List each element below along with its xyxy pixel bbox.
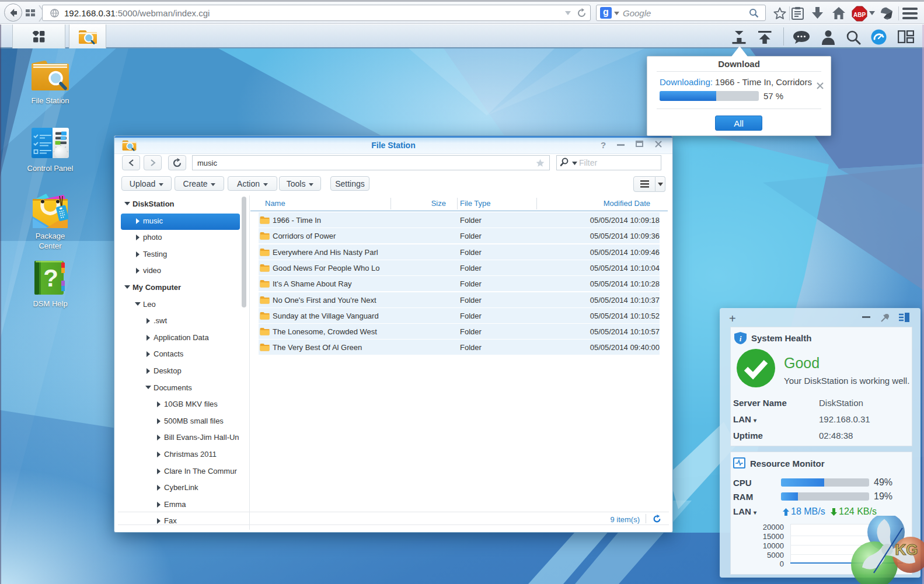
svg-text:KG: KG [895, 541, 918, 558]
svg-text:?: ? [43, 264, 58, 292]
svg-text:i: i [740, 334, 742, 343]
svg-text:ABP: ABP [853, 12, 866, 18]
